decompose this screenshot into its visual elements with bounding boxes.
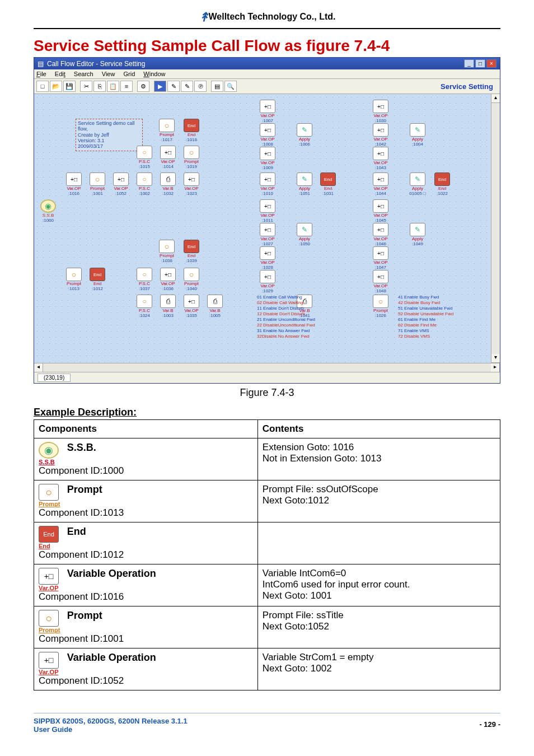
- flow-node[interactable]: Var.OP:1047: [370, 246, 391, 270]
- paste-button[interactable]: 📋: [107, 81, 119, 92]
- table-header-components: Components: [34, 420, 258, 438]
- flow-node[interactable]: End:1012: [87, 268, 108, 291]
- run-button[interactable]: ▶: [154, 81, 166, 92]
- flow-node[interactable]: Var.OP:1011: [257, 199, 278, 223]
- flow-node[interactable]: End:1031: [317, 172, 339, 196]
- flow-node[interactable]: Var.B:1005: [204, 295, 226, 318]
- flow-node[interactable]: P.S.C:1037: [134, 268, 155, 291]
- apply-icon: [297, 172, 312, 186]
- prompt-icon: [373, 295, 388, 308]
- flow-node[interactable]: P.S.C:1002: [134, 172, 155, 196]
- cut-button[interactable]: ✂: [80, 81, 92, 92]
- flow-node[interactable]: P.S.C:1015: [134, 146, 155, 169]
- flow-node[interactable]: End:1018: [181, 119, 202, 142]
- open-button[interactable]: 📂: [50, 81, 62, 92]
- flow-canvas[interactable]: Service Setting demo call flow, Create b…: [34, 94, 491, 363]
- flow-node[interactable]: Prompt:1017: [156, 119, 177, 142]
- ssb-icon: [40, 199, 56, 213]
- minimize-button[interactable]: _: [464, 59, 474, 68]
- tool-a-button[interactable]: ✎: [167, 81, 180, 92]
- zoom-button[interactable]: 🔍: [224, 81, 237, 92]
- comment-line: Service Setting demo call flow,: [78, 120, 140, 132]
- flow-node[interactable]: Apply:1050: [294, 223, 315, 246]
- flow-node[interactable]: Var.OP:1045: [370, 199, 391, 223]
- varop-icon: [39, 568, 59, 585]
- component-name: Prompt: [67, 610, 102, 621]
- flow-node[interactable]: Var.OP:1023: [181, 172, 202, 196]
- flow-node[interactable]: Var.OP:1008: [257, 123, 278, 147]
- menu-search[interactable]: Search: [74, 71, 93, 77]
- icon-caption: Prompt: [39, 627, 62, 633]
- flow-node[interactable]: P.S.C:1024: [134, 295, 155, 318]
- flow-node[interactable]: Var.OP:1027: [257, 223, 278, 246]
- tool-c-button[interactable]: ℗: [194, 81, 207, 92]
- component-name: S.S.B.: [67, 442, 96, 453]
- flow-node[interactable]: Apply:1049: [407, 223, 428, 246]
- copy-button[interactable]: ⎘: [93, 81, 106, 92]
- varop-icon: [39, 652, 59, 669]
- flow-node[interactable]: End:1039: [181, 240, 202, 263]
- vertical-scrollbar[interactable]: ▴ ▾: [491, 94, 500, 363]
- flow-node[interactable]: Var.OP:1029: [257, 270, 278, 293]
- ssb-icon: [39, 442, 59, 459]
- flow-node[interactable]: Var.OP:1030: [370, 100, 391, 123]
- flow-node[interactable]: Var.OP:1052: [110, 172, 132, 196]
- maximize-button[interactable]: □: [475, 59, 485, 68]
- flow-node[interactable]: Apply:1051: [294, 172, 315, 196]
- page-footer: SIPPBX 6200S, 6200GS, 6200N Release 3.1.…: [34, 713, 500, 734]
- save-button[interactable]: 💾: [63, 81, 76, 92]
- psc-icon: [137, 268, 152, 281]
- settings-button[interactable]: ⚙: [137, 81, 149, 92]
- new-button[interactable]: □: [36, 81, 49, 92]
- scroll-right-button[interactable]: ▸: [491, 363, 500, 372]
- flow-node[interactable]: Prompt:1040: [181, 268, 202, 291]
- flow-node[interactable]: Prompt:1019: [181, 146, 202, 169]
- menu-edit[interactable]: Edit: [55, 71, 65, 77]
- scroll-up-button[interactable]: ▴: [491, 94, 500, 103]
- flow-node[interactable]: Prompt:1026: [370, 295, 391, 318]
- flow-node[interactable]: Prompt:1038: [156, 240, 177, 263]
- tool-b-button[interactable]: ✎: [181, 81, 193, 92]
- flow-node[interactable]: Var.OP:1016: [63, 172, 85, 196]
- end-icon: [320, 172, 336, 186]
- varop-icon: [373, 223, 388, 236]
- company-name: Welltech Technology Co., Ltd.: [209, 12, 336, 21]
- list-button[interactable]: ▤: [211, 81, 223, 92]
- service-setting-label: Service Setting: [441, 82, 498, 91]
- horizontal-scrollbar[interactable]: ◂ ▸: [34, 363, 500, 372]
- flow-node[interactable]: Var.B:1032: [157, 172, 179, 196]
- flow-node[interactable]: Var.OP:1036: [157, 268, 179, 291]
- flow-node[interactable]: Apply:1004: [407, 123, 428, 147]
- flow-node[interactable]: End:1022: [432, 172, 453, 196]
- flow-node[interactable]: Prompt:1001: [87, 172, 108, 196]
- close-button[interactable]: ×: [486, 59, 496, 68]
- menu-window[interactable]: Window: [143, 71, 165, 77]
- window-titlebar[interactable]: ▤ Call Flow Editor - Service Setting _ □…: [34, 58, 500, 69]
- flow-node[interactable]: Prompt:1013: [63, 268, 85, 291]
- table-row: Var.OP Variable Operation Component ID:1…: [34, 648, 500, 690]
- flow-node[interactable]: Var.B:1003: [157, 295, 179, 318]
- flow-node[interactable]: Var.OP:1014: [157, 146, 179, 169]
- flow-node[interactable]: Var.OP:1042: [370, 123, 391, 147]
- menu-file[interactable]: FFileile: [36, 71, 46, 77]
- flow-node[interactable]: Var.OP:1046: [370, 223, 391, 246]
- flow-node[interactable]: Var.OP:1028: [257, 246, 278, 270]
- flow-node[interactable]: Var.OP:1007: [257, 100, 278, 123]
- varop-icon: [184, 172, 199, 186]
- scroll-track-h[interactable]: [43, 363, 491, 372]
- align-button[interactable]: ≡: [120, 81, 133, 92]
- flow-node[interactable]: Var.OP:1035: [181, 295, 202, 318]
- flow-node[interactable]: Var.OP:1048: [370, 270, 391, 293]
- flow-node[interactable]: Apply01005 □: [407, 172, 428, 196]
- flow-node[interactable]: Var.OP:1043: [370, 147, 391, 170]
- flow-node[interactable]: Apply:1006: [294, 123, 315, 147]
- flow-node[interactable]: Var.OP:1044: [370, 172, 391, 196]
- menu-grid[interactable]: Grid: [123, 71, 135, 77]
- scroll-track[interactable]: [491, 103, 500, 354]
- flow-node[interactable]: Var.OP:1010: [257, 172, 278, 196]
- flow-node-ssb[interactable]: S.S.B:1000: [38, 199, 59, 223]
- scroll-down-button[interactable]: ▾: [491, 354, 500, 363]
- menu-view[interactable]: View: [102, 71, 115, 77]
- flow-node[interactable]: Var.OP:1009: [257, 147, 278, 170]
- scroll-left-button[interactable]: ◂: [34, 363, 43, 372]
